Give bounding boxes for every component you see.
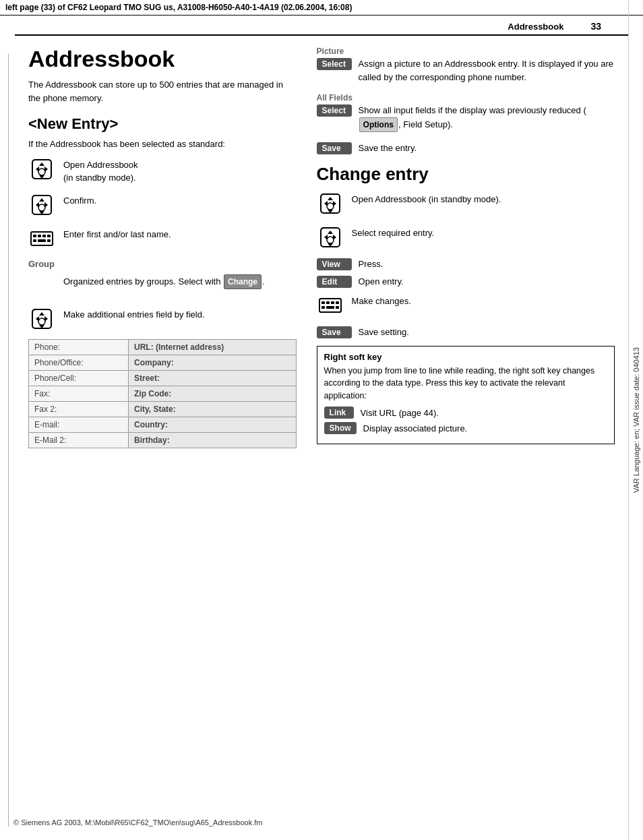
svg-rect-13 xyxy=(33,235,36,237)
keyboard-icon-2 xyxy=(317,292,344,319)
svg-rect-44 xyxy=(326,306,334,309)
side-label: VAR Language: en; VAR issue date: 040413 xyxy=(628,0,643,840)
svg-marker-36 xyxy=(324,235,328,240)
change-step-select: Select required entry. xyxy=(317,224,615,251)
table-cell-value: Birthday: xyxy=(128,432,296,448)
change-nav-icon-2 xyxy=(317,224,344,251)
change-step-view: View Press. xyxy=(317,258,615,271)
svg-marker-31 xyxy=(333,201,336,206)
nav-icon-2 xyxy=(28,191,55,218)
change-step-save-text: Save setting. xyxy=(359,326,409,339)
svg-point-27 xyxy=(327,203,334,210)
table-row: E-Mail 2:Birthday: xyxy=(29,432,297,448)
top-header: left page (33) of CF62 Leopard TMO SUG u… xyxy=(0,0,643,16)
allfields-select-button[interactable]: Select xyxy=(317,104,352,117)
info-row-show: Show Display associated picture. xyxy=(324,422,607,436)
picture-label: Picture xyxy=(317,47,615,56)
change-step-edit: Edit Open entry. xyxy=(317,275,615,289)
new-entry-title: <New Entry> xyxy=(28,115,297,133)
svg-marker-34 xyxy=(328,231,333,234)
page-header: Addressbook 33 xyxy=(15,16,628,36)
picture-select-button[interactable]: Select xyxy=(317,58,352,70)
info-show-text: Display associated picture. xyxy=(363,422,468,436)
picture-section: Picture Select Assign a picture to an Ad… xyxy=(317,47,615,84)
svg-marker-11 xyxy=(44,202,48,208)
table-cell-field: E-mail: xyxy=(29,417,129,432)
change-step-save: Save Save setting. xyxy=(317,326,615,339)
svg-marker-37 xyxy=(333,235,336,240)
table-row: E-mail:Country: xyxy=(29,417,297,432)
svg-rect-12 xyxy=(31,232,53,245)
table-cell-value: City, State: xyxy=(128,401,296,417)
table-row: Fax 2:City, State: xyxy=(29,401,297,417)
change-save-button[interactable]: Save xyxy=(317,326,352,338)
view-button[interactable]: View xyxy=(317,258,352,270)
svg-point-33 xyxy=(327,237,334,243)
info-box: Right soft key When you jump from line t… xyxy=(317,346,615,444)
change-button[interactable]: Change xyxy=(224,274,262,289)
svg-rect-18 xyxy=(38,239,46,242)
nav-icon-1 xyxy=(28,156,55,183)
table-cell-value: Company: xyxy=(128,355,296,370)
svg-marker-28 xyxy=(328,197,333,200)
group-row: Organized entries by groups. Select with… xyxy=(28,272,297,299)
table-cell-field: Phone/Cell: xyxy=(29,370,129,386)
footer: © Siemens AG 2003, M:\Mobil\R65\CF62_TMO… xyxy=(0,818,628,827)
main-content: Addressbook The Addressbook can store up… xyxy=(15,36,628,459)
step-additional-text: Make additional entries field by field. xyxy=(63,305,205,322)
keyboard-icon-1 xyxy=(28,225,55,252)
page-number: 33 xyxy=(590,21,601,32)
svg-rect-45 xyxy=(336,306,339,309)
right-column: Picture Select Assign a picture to an Ad… xyxy=(310,47,615,448)
step-open-text: Open Addressbook(in standby mode). xyxy=(63,156,138,185)
save-button[interactable]: Save xyxy=(317,142,352,154)
save-row: Save Save the entry. xyxy=(317,142,615,155)
table-cell-value: Street: xyxy=(128,370,296,386)
picture-row: Select Assign a picture to an Addressboo… xyxy=(317,57,615,84)
intro-text: The Addressbook can store up to 500 entr… xyxy=(28,78,297,104)
table-cell-field: Fax: xyxy=(29,386,129,401)
change-entry-title: Change entry xyxy=(317,164,615,185)
table-cell-field: E-Mail 2: xyxy=(29,432,129,448)
table-cell-field: Phone: xyxy=(29,339,129,355)
info-link-text: Visit URL (page 44). xyxy=(361,407,439,420)
allfields-label: All Fields xyxy=(317,93,615,102)
edit-button[interactable]: Edit xyxy=(317,276,352,288)
svg-marker-24 xyxy=(36,316,39,322)
picture-desc: Assign a picture to an Addressbook entry… xyxy=(359,57,615,84)
svg-marker-25 xyxy=(44,316,48,322)
table-row: Phone:URL: (Internet address) xyxy=(29,339,297,355)
info-row-link: Link Visit URL (page 44). xyxy=(324,407,607,420)
save-section: Save Save the entry. xyxy=(317,142,615,155)
page-header-title: Addressbook xyxy=(508,22,563,32)
allfields-desc: Show all input fields if the display was… xyxy=(359,104,615,132)
step-enter-name: Enter first and/or last name. xyxy=(28,225,297,252)
table-row: Phone/Office:Company: xyxy=(29,355,297,370)
svg-rect-14 xyxy=(38,235,41,237)
change-step-open-text: Open Addressbook (in standby mode). xyxy=(352,190,501,206)
left-margin-mark xyxy=(8,54,9,827)
step-confirm: Confirm. xyxy=(28,191,297,218)
table-cell-value: URL: (Internet address) xyxy=(128,339,296,355)
svg-rect-42 xyxy=(336,301,339,304)
table-cell-value: Zip Code: xyxy=(128,386,296,401)
step-enter-text: Enter first and/or last name. xyxy=(63,225,171,241)
table-cell-field: Fax 2: xyxy=(29,401,129,417)
options-button[interactable]: Options xyxy=(359,117,398,132)
table-row: Phone/Cell:Street: xyxy=(29,370,297,386)
link-button[interactable]: Link xyxy=(324,407,354,419)
svg-marker-2 xyxy=(39,162,44,166)
show-button[interactable]: Show xyxy=(324,422,357,434)
table-cell-value: Country: xyxy=(128,417,296,432)
svg-marker-4 xyxy=(36,167,39,172)
left-column: Addressbook The Addressbook can store up… xyxy=(28,47,310,448)
nav-icon-3 xyxy=(28,305,55,332)
svg-marker-22 xyxy=(39,312,44,316)
allfields-row: Select Show all input fields if the disp… xyxy=(317,104,615,132)
svg-rect-43 xyxy=(322,306,325,309)
change-step-view-text: Press. xyxy=(359,258,384,271)
change-step-select-text: Select required entry. xyxy=(352,224,435,240)
svg-rect-19 xyxy=(47,239,51,242)
svg-rect-41 xyxy=(331,301,334,304)
svg-marker-30 xyxy=(324,201,328,206)
